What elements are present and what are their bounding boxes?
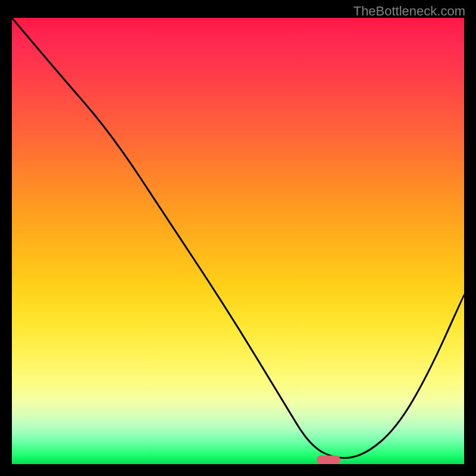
optimal-marker xyxy=(317,456,340,464)
plot-area xyxy=(12,18,464,464)
chart-svg xyxy=(12,18,464,464)
bottleneck-curve-line xyxy=(12,18,464,458)
watermark-text: TheBottleneck.com xyxy=(353,4,465,19)
